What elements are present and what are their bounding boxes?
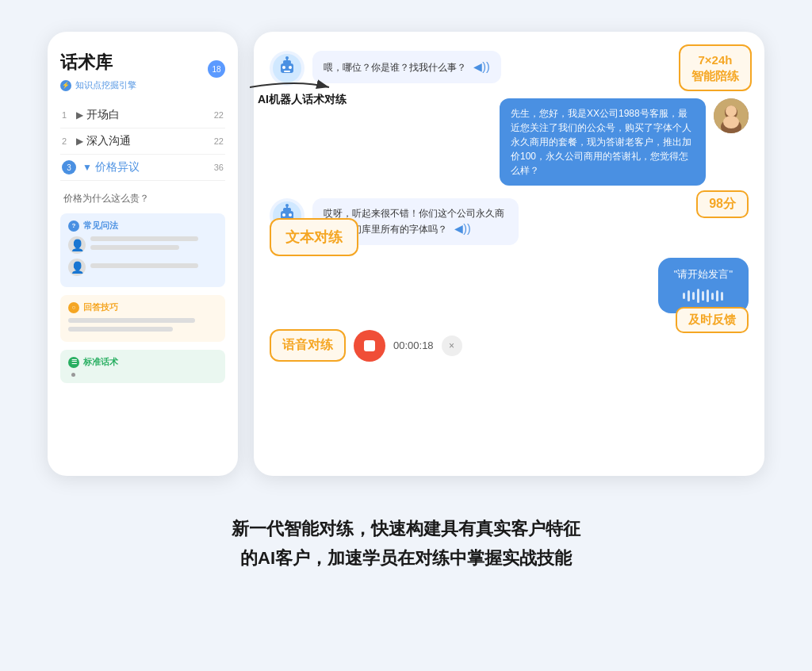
svg-point-4 xyxy=(282,66,285,69)
human-avatar-icon xyxy=(714,98,749,133)
section-header-standard: ☰ 标准话术 xyxy=(68,356,217,368)
menu-label-2: 深入沟通 xyxy=(86,134,214,148)
badge-feedback: 及时反馈 xyxy=(676,307,749,333)
section-common-questions: ? 常见问法 👤 👤 xyxy=(60,213,225,287)
main-panels: 话术库 ⚡ 知识点挖掘引擎 18 1 ▶ 开场白 22 2 ▶ 深入沟通 22 … xyxy=(48,32,764,476)
phone-subtitle: ⚡ 知识点挖掘引擎 xyxy=(60,79,225,91)
svg-rect-6 xyxy=(284,71,290,72)
menu-count-3: 36 xyxy=(214,163,224,172)
sound-icon-1: ◀)) xyxy=(473,60,489,73)
voice-timer: 00:00:18 xyxy=(393,339,434,351)
section-icon-answer: ○ xyxy=(68,302,79,313)
section-header-answer: ○ 回答技巧 xyxy=(68,301,217,313)
sound-icon-2: ◀)) xyxy=(454,222,470,235)
svg-point-17 xyxy=(282,213,285,217)
menu-num-2: 2 xyxy=(62,136,73,146)
subtitle-icon: ⚡ xyxy=(60,80,71,91)
bottom-text-line2: 的AI客户，加速学员在对练中掌握实战技能 xyxy=(232,543,580,573)
person-avatar-2: 👤 xyxy=(68,259,86,276)
wave-bar-6 xyxy=(707,289,709,302)
badge-724: 7×24h 智能陪练 xyxy=(679,44,752,91)
placeholder-line-3a xyxy=(68,318,195,323)
chat-bubble-human-1: 先生，您好，我是XX公司1988号客服，最近您关注了我们的公众号，购买了字体个人… xyxy=(500,98,706,186)
menu-arrow-1: ▶ xyxy=(76,109,83,121)
svg-rect-16 xyxy=(283,208,291,212)
bullet-dot xyxy=(71,373,75,377)
svg-point-5 xyxy=(289,66,292,69)
sub-question: 价格为什么这么贵？ xyxy=(60,192,225,205)
text-practice-badge: 文本对练 xyxy=(270,218,358,256)
person-row-2: 👤 xyxy=(68,259,217,276)
menu-item-1[interactable]: 1 ▶ 开场白 22 xyxy=(60,102,225,128)
menu-count-1: 22 xyxy=(214,110,224,120)
phone-panel: 话术库 ⚡ 知识点挖掘引擎 18 1 ▶ 开场白 22 2 ▶ 深入沟通 22 … xyxy=(48,32,238,476)
chat-row-human-1: 先生，您好，我是XX公司1988号客服，最近您关注了我们的公众号，购买了字体个人… xyxy=(270,98,749,186)
badge-number: 18 xyxy=(208,60,225,78)
wave-bar-2 xyxy=(688,290,690,301)
bottom-text-line1: 新一代智能对练，快速构建具有真实客户特征 xyxy=(232,514,580,543)
waveform xyxy=(674,288,733,304)
badge-score: 98分 xyxy=(696,190,749,218)
menu-item-3[interactable]: 3 ▼ 价格异议 36 xyxy=(60,155,225,181)
placeholder-line-1b xyxy=(90,245,179,250)
section-icon-common: ? xyxy=(68,220,79,232)
chat-row-voice-input: "请开始发言" xyxy=(270,258,749,313)
person-lines-2 xyxy=(90,263,217,272)
wave-bar-8 xyxy=(716,290,718,301)
placeholder-line-2a xyxy=(90,263,198,268)
placeholder-line-3b xyxy=(68,327,173,332)
svg-point-8 xyxy=(285,56,289,59)
section-answer-tips: ○ 回答技巧 xyxy=(60,295,225,342)
svg-point-13 xyxy=(723,116,739,128)
human-avatar xyxy=(714,98,749,133)
section-standard-speech: ☰ 标准话术 xyxy=(60,350,225,383)
voice-controls-row: 语音对练 00:00:18 × xyxy=(270,329,749,362)
svg-point-12 xyxy=(726,105,737,117)
voice-practice-badge: 语音对练 xyxy=(270,329,346,362)
voice-bubble: "请开始发言" xyxy=(658,258,749,313)
svg-point-18 xyxy=(289,213,292,217)
menu-num-3: 3 xyxy=(62,160,76,174)
menu-label-1: 开场白 xyxy=(86,108,214,122)
menu-label-3: 价格异议 xyxy=(95,160,214,174)
svg-point-21 xyxy=(285,204,289,207)
person-lines-1 xyxy=(90,236,217,254)
svg-rect-3 xyxy=(283,60,291,64)
person-avatar-1: 👤 xyxy=(68,236,86,254)
menu-arrow-2: ▶ xyxy=(76,136,83,147)
voice-speak-text: "请开始发言" xyxy=(674,267,733,282)
wave-bar-3 xyxy=(692,292,695,300)
wave-bar-7 xyxy=(711,293,714,300)
placeholder-line-1a xyxy=(90,236,198,241)
wave-bar-4 xyxy=(697,289,699,303)
menu-arrow-3: ▼ xyxy=(82,162,92,173)
arrow-area: AI机器人话术对练 xyxy=(250,75,345,102)
phone-title: 话术库 xyxy=(60,51,225,75)
menu-count-2: 22 xyxy=(214,136,224,146)
wave-bar-9 xyxy=(721,292,723,301)
wave-bar-1 xyxy=(683,293,685,299)
menu-num-1: 1 xyxy=(62,110,73,120)
section-icon-standard: ☰ xyxy=(68,357,79,368)
menu-item-2[interactable]: 2 ▶ 深入沟通 22 xyxy=(60,128,225,155)
section-header-common: ? 常见问法 xyxy=(68,220,217,232)
record-stop-button[interactable] xyxy=(354,330,385,362)
person-row-1: 👤 xyxy=(68,236,217,254)
wave-bar-5 xyxy=(702,291,704,301)
arrow-label: AI机器人话术对练 xyxy=(258,93,347,107)
bottom-text-area: 新一代智能对练，快速构建具有真实客户特征 的AI客户，加速学员在对练中掌握实战技… xyxy=(232,514,580,573)
menu-list: 1 ▶ 开场白 22 2 ▶ 深入沟通 22 3 ▼ 价格异议 36 xyxy=(60,102,225,181)
voice-close-button[interactable]: × xyxy=(442,336,462,356)
